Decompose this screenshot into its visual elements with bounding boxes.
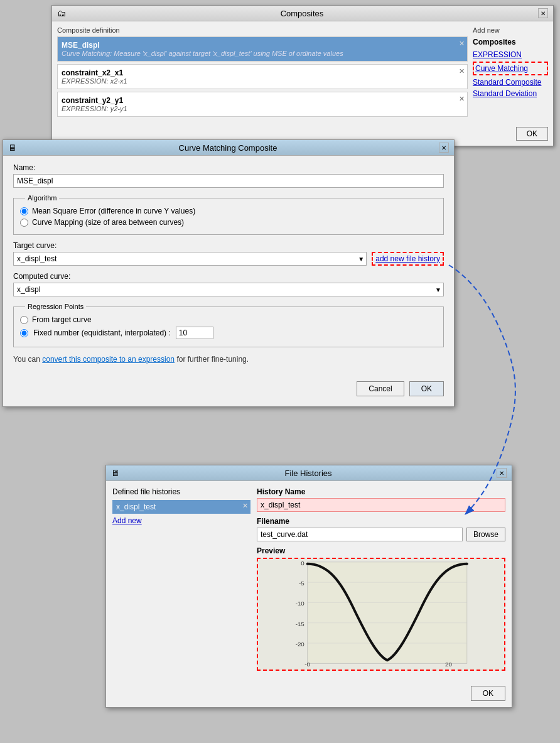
svg-text:20: 20 xyxy=(445,661,452,668)
file-histories-icon: 🖥 xyxy=(111,468,120,478)
computed-curve-section: Computed curve: x_displ ▼ xyxy=(13,272,444,296)
name-input[interactable] xyxy=(13,174,444,188)
target-curve-section: Target curve: x_displ_test ▼ add new fil… xyxy=(13,241,444,266)
composites-window: 🗂 Composites ✕ Composite definition MSE_… xyxy=(51,5,554,146)
mse-radio[interactable] xyxy=(20,207,28,215)
curve-matching-icon: 🖥 xyxy=(8,143,17,153)
preview-chart: 0 -5 -10 -15 -20 -0 20 xyxy=(257,558,505,671)
composite-item-constraint-x2-x1-title: constraint_x2_x1 xyxy=(62,68,452,77)
convert-note-pre: You can xyxy=(13,355,42,364)
curve-matching-cancel-button[interactable]: Cancel xyxy=(357,381,404,396)
filename-label: Filename xyxy=(257,517,505,526)
composite-item-constraint-x2-x1[interactable]: constraint_x2_x1 EXPRESSION: x2-x1 ✕ xyxy=(57,64,468,89)
browse-button[interactable]: Browse xyxy=(466,528,505,541)
composite-item-constraint-y2-y1[interactable]: constraint_y2_y1 EXPRESSION: y2-y1 ✕ xyxy=(57,92,468,117)
computed-curve-dropdown-wrapper: x_displ ▼ xyxy=(13,283,444,296)
preview-label: Preview xyxy=(257,546,505,555)
file-histories-window: 🖥 File Histories ✕ Defined file historie… xyxy=(105,465,512,708)
file-histories-ok-button[interactable]: OK xyxy=(471,686,505,701)
composites-body: Composite definition MSE_displ Curve Mat… xyxy=(52,21,553,124)
curve-matching-title: Curve Matching Composite xyxy=(17,143,439,153)
svg-text:-0: -0 xyxy=(304,661,310,668)
history-name-input[interactable] xyxy=(257,498,505,512)
curve-matching-window: 🖥 Curve Matching Composite ✕ Name: Algor… xyxy=(3,139,455,407)
defined-histories-panel: Defined file histories x_displ_test ✕ Ad… xyxy=(112,487,250,676)
composite-item-mse-displ-close[interactable]: ✕ xyxy=(459,40,465,48)
composites-close-button[interactable]: ✕ xyxy=(538,8,548,18)
fixed-number-label: Fixed number (equidistant, interpolated)… xyxy=(33,328,171,337)
filename-input[interactable] xyxy=(257,528,463,541)
svg-text:0: 0 xyxy=(301,560,304,567)
curve-mapping-radio[interactable] xyxy=(20,219,28,227)
standard-composite-link[interactable]: Standard Composite xyxy=(473,78,548,87)
composite-item-constraint-y2-y1-close[interactable]: ✕ xyxy=(459,95,465,103)
expression-link[interactable]: EXPRESSION xyxy=(473,50,548,59)
mse-radio-row: Mean Square Error (difference in curve Y… xyxy=(20,207,437,215)
composite-item-constraint-y2-y1-title: constraint_y2_y1 xyxy=(62,96,452,105)
file-histories-close-button[interactable]: ✕ xyxy=(497,468,507,478)
file-histories-title: File Histories xyxy=(120,469,497,478)
add-new-panel: Add new Composites EXPRESSION Curve Matc… xyxy=(473,26,548,119)
composite-definition-panel: Composite definition MSE_displ Curve Mat… xyxy=(57,26,468,119)
algorithm-fieldset: Algorithm Mean Square Error (difference … xyxy=(13,194,444,235)
file-histories-titlebar: 🖥 File Histories ✕ xyxy=(106,465,512,481)
history-item-x-displ-test[interactable]: x_displ_test ✕ xyxy=(112,500,250,514)
composite-item-constraint-x2-x1-close[interactable]: ✕ xyxy=(459,67,465,75)
fixed-number-input[interactable] xyxy=(176,327,213,339)
algorithm-legend: Algorithm xyxy=(25,194,59,202)
composites-window-icon: 🗂 xyxy=(57,8,66,18)
curve-matching-close-button[interactable]: ✕ xyxy=(439,143,449,153)
target-curve-label: Target curve: xyxy=(13,241,444,250)
computed-curve-label: Computed curve: xyxy=(13,272,444,281)
history-item-label: x_displ_test xyxy=(116,502,156,511)
file-histories-ok-row: OK xyxy=(106,682,512,707)
composites-titlebar: 🗂 Composites ✕ xyxy=(52,6,553,21)
curve-mapping-label: Curve Mapping (size of area between curv… xyxy=(32,218,184,227)
svg-text:-15: -15 xyxy=(296,621,305,627)
curve-matching-ok-button[interactable]: OK xyxy=(409,381,444,396)
svg-text:-5: -5 xyxy=(299,580,304,587)
curve-mapping-radio-row: Curve Mapping (size of area between curv… xyxy=(20,218,437,227)
curve-matching-form: Name: Algorithm Mean Square Error (diffe… xyxy=(3,156,454,406)
composite-item-mse-displ-title: MSE_displ xyxy=(62,41,452,50)
regression-legend: Regression Points xyxy=(25,303,86,310)
target-curve-row: x_displ_test ▼ add new file history xyxy=(13,252,444,266)
history-name-label: History Name xyxy=(257,487,505,496)
history-item-close[interactable]: ✕ xyxy=(242,502,248,510)
composite-item-constraint-y2-y1-subtitle: EXPRESSION: y2-y1 xyxy=(62,105,452,112)
computed-curve-select[interactable]: x_displ xyxy=(13,283,444,296)
fixed-number-radio[interactable] xyxy=(20,329,28,337)
add-new-composites-title: Composites xyxy=(473,38,548,46)
svg-rect-0 xyxy=(308,562,467,663)
composites-ok-button[interactable]: OK xyxy=(516,127,548,141)
add-file-history-link[interactable]: add new file history xyxy=(372,252,444,266)
target-curve-select[interactable]: x_displ_test xyxy=(13,252,367,266)
target-curve-dropdown-wrapper: x_displ_test ▼ xyxy=(13,252,367,266)
svg-text:-20: -20 xyxy=(296,641,305,648)
from-target-radio[interactable] xyxy=(20,316,28,324)
preview-chart-svg: 0 -5 -10 -15 -20 -0 20 xyxy=(258,559,504,670)
from-target-radio-row: From target curve xyxy=(20,315,437,324)
convert-link[interactable]: convert this composite to an expression xyxy=(42,355,175,364)
regression-fieldset: Regression Points From target curve Fixe… xyxy=(13,303,444,347)
add-new-history-link[interactable]: Add new xyxy=(112,516,142,525)
curve-matching-titlebar: 🖥 Curve Matching Composite ✕ xyxy=(3,140,454,156)
composite-definition-label: Composite definition xyxy=(57,26,468,34)
convert-note: You can convert this composite to an exp… xyxy=(13,355,444,364)
composite-item-constraint-x2-x1-subtitle: EXPRESSION: x2-x1 xyxy=(62,77,452,85)
composite-item-mse-displ[interactable]: MSE_displ Curve Matching: Measure 'x_dis… xyxy=(57,36,468,62)
svg-text:-10: -10 xyxy=(296,600,305,607)
composites-window-title: Composites xyxy=(66,9,538,18)
fixed-number-radio-row: Fixed number (equidistant, interpolated)… xyxy=(20,327,437,339)
file-histories-body: Defined file histories x_displ_test ✕ Ad… xyxy=(106,481,512,682)
filename-row: Browse xyxy=(257,528,505,541)
curve-matching-buttons: Cancel OK xyxy=(13,376,444,399)
curve-matching-link[interactable]: Curve Matching xyxy=(473,62,548,75)
name-row: Name: xyxy=(13,163,444,188)
defined-histories-label: Defined file histories xyxy=(112,487,250,496)
standard-deviation-link[interactable]: Standard Deviation xyxy=(473,89,548,98)
from-target-label: From target curve xyxy=(32,315,92,324)
history-detail-panel: History Name Filename Browse Preview xyxy=(257,487,505,676)
name-label: Name: xyxy=(13,163,444,172)
composite-item-mse-displ-subtitle: Curve Matching: Measure 'x_displ' agains… xyxy=(62,50,452,57)
